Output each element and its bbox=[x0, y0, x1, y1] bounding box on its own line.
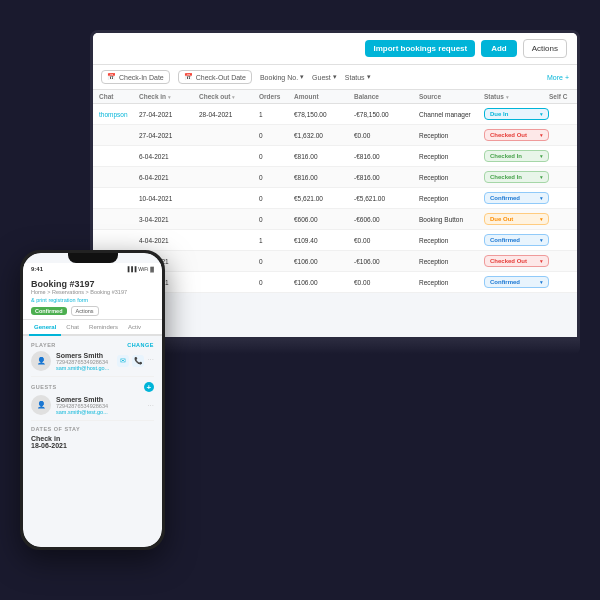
screen-content: Import bookings request Add Actions 📅 Ch… bbox=[93, 33, 577, 337]
more-filters[interactable]: More + bbox=[547, 74, 569, 81]
checkin-filter-label: Check-In Date bbox=[119, 74, 164, 81]
cell-status[interactable]: Checked Out▾ bbox=[484, 129, 549, 141]
cell-balance: -€606.00 bbox=[354, 216, 419, 223]
guest-filter[interactable]: Guest ▾ bbox=[312, 73, 337, 81]
phone: 9:41 ▐▐▐ WiFi ▓ Booking #3197 Home > Res… bbox=[20, 250, 165, 550]
player-section-label: PLAYER Change bbox=[31, 342, 154, 348]
cell-status[interactable]: Confirmed▾ bbox=[484, 234, 549, 246]
tab-activity[interactable]: Activ bbox=[123, 320, 146, 334]
guest-info-player: Somers Smith 72942876534928634 sam.smith… bbox=[56, 352, 112, 371]
signal-icon: ▐▐▐ bbox=[126, 266, 137, 272]
table-row[interactable]: 4-04-2021 1 €109.40 €0.00 Reception Conf… bbox=[93, 230, 577, 251]
cell-checkin: 27-04-2021 bbox=[139, 111, 199, 118]
cell-amount: €5,621.00 bbox=[294, 195, 354, 202]
cell-checkin: 3-04-2021 bbox=[139, 216, 199, 223]
cell-status[interactable]: Confirmed▾ bbox=[484, 192, 549, 204]
avatar-guest-2: 👤 bbox=[31, 395, 51, 415]
cell-source: Reception bbox=[419, 195, 484, 202]
cell-checkin: 6-04-2021 bbox=[139, 153, 199, 160]
cell-balance: €0.00 bbox=[354, 132, 419, 139]
cell-checkin: 6-04-2021 bbox=[139, 174, 199, 181]
table-row[interactable]: 6-04-2021 0 €816.00 -€816.00 Reception C… bbox=[93, 146, 577, 167]
table-row[interactable]: 6-04-2021 0 €816.00 -€816.00 Reception C… bbox=[93, 167, 577, 188]
cell-status[interactable]: Checked In▾ bbox=[484, 171, 549, 183]
col-amount: Amount bbox=[294, 93, 354, 100]
table-row[interactable]: 6-04-2021 0 €106.00 -€106.00 Reception C… bbox=[93, 251, 577, 272]
col-orders: Orders bbox=[259, 93, 294, 100]
cell-checkout: 28-04-2021 bbox=[199, 111, 259, 118]
guest-2-action-icons: ··· bbox=[147, 401, 154, 410]
cell-status[interactable]: Confirmed▾ bbox=[484, 276, 549, 288]
table-body: thompson 27-04-2021 28-04-2021 1 €78,150… bbox=[93, 104, 577, 293]
divider bbox=[31, 376, 154, 377]
cell-orders: 0 bbox=[259, 279, 294, 286]
cell-balance: -€5,621.00 bbox=[354, 195, 419, 202]
cell-source: Reception bbox=[419, 174, 484, 181]
table-header: Chat Check in▾ Check out▾ Orders Amount … bbox=[93, 90, 577, 104]
phone-icon[interactable]: 📞 bbox=[132, 355, 144, 367]
confirmed-badge: Confirmed bbox=[31, 307, 67, 315]
table-row[interactable]: 27-04-2021 0 €1,632.00 €0.00 Reception C… bbox=[93, 125, 577, 146]
booking-no-filter[interactable]: Booking No. ▾ bbox=[260, 73, 304, 81]
guest-id-player: 72942876534928634 bbox=[56, 359, 112, 365]
col-self: Self C bbox=[549, 93, 577, 100]
table-row[interactable]: thompson 27-04-2021 28-04-2021 1 €78,150… bbox=[93, 104, 577, 125]
scene: Import bookings request Add Actions 📅 Ch… bbox=[10, 10, 590, 590]
checkout-filter-label: Check-Out Date bbox=[196, 74, 246, 81]
breadcrumb: Home > Reservations > Booking #3197 bbox=[31, 289, 154, 295]
dates-section-label: DATES OF STAY bbox=[31, 426, 154, 432]
cell-source: Channel manager bbox=[419, 111, 484, 118]
battery-icon: ▓ bbox=[150, 266, 154, 272]
guest-card-player: 👤 Somers Smith 72942876534928634 sam.smi… bbox=[31, 351, 154, 371]
wifi-icon: WiFi bbox=[138, 266, 148, 272]
dates-section: DATES OF STAY Check in 18-06-2021 bbox=[31, 426, 154, 449]
ellipsis-icon-2[interactable]: ··· bbox=[147, 401, 154, 410]
guest-info-2: Somers Smith 72942876534928634 sam.smith… bbox=[56, 396, 142, 415]
col-status[interactable]: Status▾ bbox=[484, 93, 549, 100]
import-bookings-button[interactable]: Import bookings request bbox=[365, 40, 475, 57]
actions-button[interactable]: Actions bbox=[523, 39, 567, 58]
checkout-date-filter[interactable]: 📅 Check-Out Date bbox=[178, 70, 252, 84]
guest-action-icons: ✉ 📞 ··· bbox=[117, 355, 154, 367]
cell-status[interactable]: Checked Out▾ bbox=[484, 255, 549, 267]
ellipsis-icon[interactable]: ··· bbox=[147, 355, 154, 367]
cell-orders: 0 bbox=[259, 195, 294, 202]
cell-amount: €816.00 bbox=[294, 153, 354, 160]
tab-chat[interactable]: Chat bbox=[61, 320, 84, 334]
table-row[interactable]: 2-04-2021 0 €106.00 €0.00 Reception Conf… bbox=[93, 272, 577, 293]
cell-orders: 1 bbox=[259, 111, 294, 118]
cell-status[interactable]: Checked In▾ bbox=[484, 150, 549, 162]
status-filter[interactable]: Status ▾ bbox=[345, 73, 371, 81]
cell-status[interactable]: Due In▾ bbox=[484, 108, 549, 120]
checkin-date-item: Check in 18-06-2021 bbox=[31, 435, 67, 449]
col-checkin[interactable]: Check in▾ bbox=[139, 93, 199, 100]
cell-source: Booking Button bbox=[419, 216, 484, 223]
cell-status[interactable]: Due Out▾ bbox=[484, 213, 549, 225]
tab-reminders[interactable]: Reminders bbox=[84, 320, 123, 334]
table-row[interactable]: 3-04-2021 0 €606.00 -€606.00 Booking But… bbox=[93, 209, 577, 230]
cell-amount: €816.00 bbox=[294, 174, 354, 181]
calendar-icon: 📅 bbox=[107, 73, 116, 81]
col-checkout[interactable]: Check out▾ bbox=[199, 93, 259, 100]
checkin-date-filter[interactable]: 📅 Check-In Date bbox=[101, 70, 170, 84]
cell-name: thompson bbox=[99, 111, 139, 118]
print-link[interactable]: & print registration form bbox=[31, 297, 154, 303]
phone-notch bbox=[68, 253, 118, 263]
email-icon[interactable]: ✉ bbox=[117, 355, 129, 367]
cell-source: Reception bbox=[419, 153, 484, 160]
phone-status-icons: ▐▐▐ WiFi ▓ bbox=[126, 266, 154, 272]
phone-body: PLAYER Change 👤 Somers Smith 72942876534… bbox=[23, 336, 162, 455]
add-guest-button[interactable]: + bbox=[144, 382, 154, 392]
guest-email-player: sam.smith@host.go... bbox=[56, 365, 112, 371]
add-button[interactable]: Add bbox=[481, 40, 517, 57]
change-link[interactable]: Change bbox=[127, 342, 154, 348]
col-chat: Chat bbox=[99, 93, 139, 100]
calendar-icon-2: 📅 bbox=[184, 73, 193, 81]
table-row[interactable]: 10-04-2021 0 €5,621.00 -€5,621.00 Recept… bbox=[93, 188, 577, 209]
tab-general[interactable]: General bbox=[29, 320, 61, 336]
phone-status-bar: 9:41 ▐▐▐ WiFi ▓ bbox=[23, 263, 162, 275]
guest-name-2: Somers Smith bbox=[56, 396, 142, 403]
cell-source: Reception bbox=[419, 132, 484, 139]
phone-actions-button[interactable]: Actions bbox=[71, 306, 99, 316]
phone-screen: 9:41 ▐▐▐ WiFi ▓ Booking #3197 Home > Res… bbox=[23, 253, 162, 547]
